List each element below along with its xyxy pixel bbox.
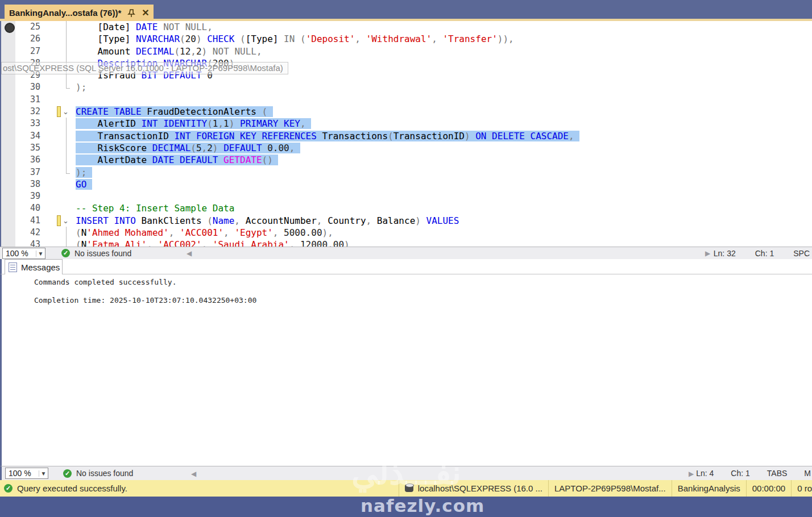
code-gutter[interactable] xyxy=(45,94,76,106)
results-zoom-value: 100 % xyxy=(6,469,39,478)
code-line[interactable]: 36 AlertDate DATE DEFAULT GETDATE() xyxy=(1,154,812,166)
messages-icon xyxy=(9,262,17,272)
code-gutter[interactable] xyxy=(45,178,76,190)
breakpoint-margin[interactable] xyxy=(1,130,15,142)
messages-output[interactable]: Commands completed successfully. Complet… xyxy=(0,274,812,466)
results-line-indicator[interactable]: Ln: 4 xyxy=(696,469,714,478)
code-gutter[interactable] xyxy=(45,202,76,214)
code-line[interactable]: 39 xyxy=(1,190,812,202)
change-track-mark xyxy=(57,106,61,117)
code-gutter[interactable] xyxy=(45,154,76,166)
editor-indent-mode[interactable]: SPC xyxy=(793,249,810,258)
code-gutter[interactable] xyxy=(45,21,76,33)
tab-messages[interactable]: Messages xyxy=(5,259,63,274)
results-column-indicator[interactable]: Ch: 1 xyxy=(731,469,749,478)
breakpoint-margin[interactable] xyxy=(1,45,15,57)
breakpoint-margin[interactable] xyxy=(1,227,15,239)
breakpoint-margin[interactable] xyxy=(1,33,15,45)
code-text: AlertDate DATE DEFAULT GETDATE() xyxy=(76,154,278,166)
indent-guide xyxy=(66,88,70,89)
breakpoint-indicator[interactable] xyxy=(5,23,15,33)
hscroll-right-arrow-icon[interactable]: ▶ xyxy=(705,249,710,257)
line-number: 43 xyxy=(15,239,45,247)
code-gutter[interactable] xyxy=(45,166,76,178)
line-number: 26 xyxy=(15,33,45,45)
code-text: Amount DECIMAL(12,2) NOT NULL, xyxy=(76,45,262,57)
selected-text: CREATE TABLE FraudDetectionAlerts ( xyxy=(76,106,273,117)
results-mode-extra[interactable]: M xyxy=(804,469,811,478)
results-indent-mode[interactable]: TABS xyxy=(767,469,788,478)
code-line[interactable]: 25 [Date] DATE NOT NULL, xyxy=(1,21,812,33)
code-line[interactable]: 34 TransactionID INT FOREIGN KEY REFEREN… xyxy=(1,130,812,142)
line-number: 25 xyxy=(15,21,45,33)
code-line[interactable]: 42(N'Ahmed Mohamed', 'ACC001', 'Egypt', … xyxy=(1,227,812,239)
check-icon: ✓ xyxy=(63,469,72,478)
breakpoint-margin[interactable] xyxy=(1,154,15,166)
indent-guide xyxy=(66,154,67,166)
server-segment: localhost\SQLEXPRESS (16.0 ... xyxy=(399,480,548,497)
code-text: [Date] DATE NOT NULL, xyxy=(76,21,213,33)
code-line[interactable]: 31 xyxy=(1,94,812,106)
code-line[interactable]: 33 AlertID INT IDENTITY(1,1) PRIMARY KEY… xyxy=(1,118,812,130)
breakpoint-margin[interactable] xyxy=(1,190,15,202)
breakpoint-margin[interactable] xyxy=(1,142,15,154)
code-gutter[interactable] xyxy=(45,81,76,93)
code-gutter[interactable] xyxy=(45,118,76,130)
results-health-indicator[interactable]: ✓ No issues found xyxy=(63,466,133,480)
code-line[interactable]: 38GO xyxy=(1,178,812,190)
breakpoint-margin[interactable] xyxy=(1,106,15,118)
code-gutter[interactable] xyxy=(45,142,76,154)
code-line[interactable]: 32⌄CREATE TABLE FraudDetectionAlerts ( xyxy=(1,106,812,118)
code-gutter[interactable] xyxy=(45,33,76,45)
results-zoom-select[interactable]: 100 % ▼ xyxy=(5,468,48,479)
code-gutter[interactable]: ⌄ xyxy=(45,106,76,118)
breakpoint-margin[interactable] xyxy=(1,215,15,227)
code-line[interactable]: 30); xyxy=(1,81,812,93)
code-text: ); xyxy=(76,166,92,178)
code-editor[interactable]: 25 [Date] DATE NOT NULL,26 [Type] NVARCH… xyxy=(0,21,812,247)
breakpoint-margin[interactable] xyxy=(1,94,15,106)
code-line[interactable]: 27 Amount DECIMAL(12,2) NOT NULL, xyxy=(1,45,812,57)
breakpoint-margin[interactable] xyxy=(1,178,15,190)
close-icon[interactable]: ✕ xyxy=(142,9,149,18)
collapse-chevron-icon[interactable]: ⌄ xyxy=(63,215,69,227)
pin-icon[interactable] xyxy=(127,9,136,18)
code-line[interactable]: 35 RiskScore DECIMAL(5,2) DEFAULT 0.00, xyxy=(1,142,812,154)
line-number: 35 xyxy=(15,142,45,154)
code-line[interactable]: 41⌄INSERT INTO BankClients (Name, Accoun… xyxy=(1,215,812,227)
code-gutter[interactable] xyxy=(45,130,76,142)
code-gutter[interactable] xyxy=(45,227,76,239)
breakpoint-margin[interactable] xyxy=(1,81,15,93)
code-gutter[interactable] xyxy=(45,190,76,202)
line-number: 30 xyxy=(15,81,45,93)
code-line[interactable]: 40-- Step 4: Insert Sample Data xyxy=(1,202,812,214)
code-gutter[interactable]: ⌄ xyxy=(45,215,76,227)
breakpoint-margin[interactable] xyxy=(1,166,15,178)
code-text: -- Step 4: Insert Sample Data xyxy=(76,202,234,214)
breakpoint-margin[interactable] xyxy=(1,118,15,130)
code-line[interactable]: 37); xyxy=(1,166,812,178)
code-text: [Type] NVARCHAR(20) CHECK ([Type] IN ('D… xyxy=(76,33,514,45)
editor-zoom-select[interactable]: 100 % ▼ xyxy=(2,248,45,259)
document-tab[interactable]: BankingAnaly...ostafa (76))* ✕ xyxy=(5,5,154,21)
breakpoint-margin[interactable] xyxy=(1,202,15,214)
code-gutter[interactable] xyxy=(45,45,76,57)
elapsed-time: 00:00:00 xyxy=(752,483,785,493)
messages-tab-label: Messages xyxy=(21,262,60,272)
editor-column-indicator[interactable]: Ch: 1 xyxy=(755,249,774,258)
hscroll-right-arrow-icon[interactable]: ▶ xyxy=(689,470,694,478)
line-number: 36 xyxy=(15,154,45,166)
breakpoint-margin[interactable] xyxy=(1,239,15,247)
code-gutter[interactable] xyxy=(45,239,76,247)
hscroll-left-arrow-icon[interactable]: ◀ xyxy=(187,249,192,257)
code-line[interactable]: 43(N'Fatma Ali', 'ACC002', 'Saudi Arabia… xyxy=(1,239,812,247)
hscroll-left-arrow-icon[interactable]: ◀ xyxy=(191,470,196,478)
line-number: 42 xyxy=(15,227,45,239)
line-number: 27 xyxy=(15,45,45,57)
code-text: RiskScore DECIMAL(5,2) DEFAULT 0.00, xyxy=(76,142,300,154)
editor-health-indicator[interactable]: ✓ No issues found xyxy=(61,247,131,259)
editor-line-indicator[interactable]: Ln: 32 xyxy=(714,249,736,258)
collapse-chevron-icon[interactable]: ⌄ xyxy=(63,106,69,118)
code-line[interactable]: 26 [Type] NVARCHAR(20) CHECK ([Type] IN … xyxy=(1,33,812,45)
change-track-mark xyxy=(57,215,61,226)
